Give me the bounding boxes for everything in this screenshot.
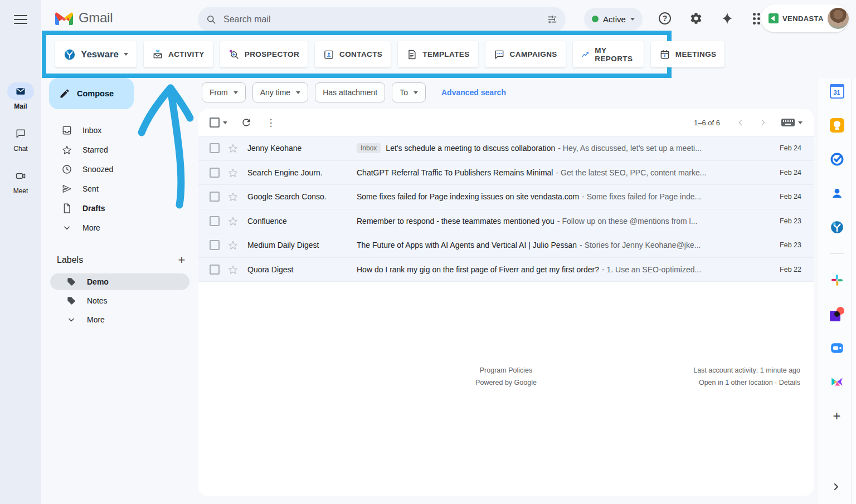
sidebar-item-inbox[interactable]: Inbox: [41, 121, 198, 139]
mail-active-pill: [7, 82, 34, 100]
email-row[interactable]: Jenny Keohane Inbox Let's schedule a mee…: [198, 136, 814, 161]
search-options-icon[interactable]: [547, 14, 558, 25]
label-tag-icon: [66, 276, 77, 287]
vendasta-logo-icon: [769, 13, 779, 23]
email-checkbox[interactable]: [210, 143, 220, 153]
email-row[interactable]: Quora Digest How do I rank my gig on the…: [198, 258, 814, 282]
sidebar-item-starred[interactable]: Starred: [41, 141, 198, 159]
newer-page-button[interactable]: [731, 113, 750, 132]
filter-chip-has-attachment[interactable]: Has attachment: [315, 82, 385, 102]
label-tag-icon: [66, 295, 77, 306]
keyboard-icon: [781, 119, 795, 126]
rail-label-chat: Chat: [13, 145, 27, 153]
toolbar-item-activity[interactable]: ACTIVITY: [144, 41, 213, 67]
older-page-button[interactable]: [753, 113, 772, 132]
star-icon[interactable]: [227, 191, 239, 202]
email-subject: The Future of Apps with AI Agents and Ve…: [357, 241, 577, 249]
email-checkbox[interactable]: [210, 265, 220, 275]
main-menu-icon[interactable]: [14, 12, 27, 26]
chevron-down-icon: [798, 121, 802, 124]
email-subject: ChatGPT Referral Traffic To Publishers R…: [357, 168, 553, 177]
help-icon: ?: [659, 12, 671, 25]
yesware-panel-icon[interactable]: [829, 219, 845, 235]
zoom-icon[interactable]: [829, 340, 845, 356]
gmail-logo[interactable]: Gmail: [55, 10, 113, 26]
select-dropdown-icon[interactable]: [223, 121, 227, 124]
email-checkbox[interactable]: [210, 192, 220, 202]
filter-chip-to[interactable]: To: [392, 82, 426, 102]
contacts-card-icon: [323, 49, 334, 60]
email-subject: Let's schedule a meeting to discuss coll…: [386, 144, 555, 153]
rail-item-chat[interactable]: Chat: [7, 125, 34, 153]
status-chip[interactable]: Active: [584, 8, 643, 30]
sidebar-item-more[interactable]: More: [41, 219, 198, 237]
advanced-search-link[interactable]: Advanced search: [441, 88, 506, 97]
email-checkbox[interactable]: [210, 216, 220, 226]
email-row[interactable]: Google Search Conso. Some fixes failed f…: [198, 185, 814, 209]
hide-side-panel-button[interactable]: [830, 481, 842, 492]
email-date: Feb 24: [762, 144, 801, 152]
pagination-count: 1–6 of 6: [694, 119, 720, 127]
email-date: Feb 22: [762, 266, 801, 273]
create-label-button[interactable]: +: [174, 252, 189, 268]
help-button[interactable]: ?: [655, 9, 674, 28]
app-icon-multicolor[interactable]: [829, 374, 845, 390]
email-date: Feb 23: [762, 217, 801, 225]
toolbar-item-meetings[interactable]: MEETINGS: [651, 41, 725, 67]
details-link[interactable]: Details: [779, 379, 800, 386]
google-calendar-icon[interactable]: 31: [829, 84, 845, 99]
refresh-button[interactable]: [236, 112, 256, 133]
account-chip[interactable]: VENDASTA: [761, 4, 849, 32]
settings-button[interactable]: [687, 9, 706, 28]
email-checkbox[interactable]: [210, 168, 220, 178]
google-contacts-icon[interactable]: [829, 185, 845, 201]
toolbar-item-contacts[interactable]: CONTACTS: [315, 41, 391, 67]
toolbar-item-my-reports[interactable]: MY REPORTS: [573, 41, 644, 67]
kebab-icon: ⋮: [266, 117, 276, 129]
sidebar-item-snoozed[interactable]: Snoozed: [41, 160, 198, 178]
filter-chip-from[interactable]: From: [202, 82, 246, 102]
star-icon[interactable]: [227, 239, 239, 251]
search-input[interactable]: [223, 14, 547, 25]
email-subject: Remember to respond - these teammates me…: [357, 217, 555, 226]
toolbar-item-templates[interactable]: TEMPLATES: [398, 41, 478, 67]
meetings-calendar-icon: [659, 49, 670, 60]
more-options-button[interactable]: ⋮: [261, 112, 281, 133]
email-sender: Google Search Conso.: [247, 192, 357, 201]
label-item-notes[interactable]: Notes: [50, 292, 189, 309]
toolbar-item-prospector[interactable]: PROSPECTOR: [220, 41, 308, 67]
select-all-checkbox[interactable]: [210, 118, 220, 128]
campaigns-chat-icon: [494, 49, 505, 60]
app-icon-purple[interactable]: [829, 306, 845, 322]
email-checkbox[interactable]: [210, 240, 220, 250]
toolbar-item-campaigns[interactable]: CAMPAIGNS: [485, 41, 566, 67]
search-icon[interactable]: [206, 14, 217, 25]
slack-icon[interactable]: [829, 272, 845, 288]
compose-button[interactable]: Compose: [49, 78, 134, 109]
sidebar-item-drafts[interactable]: Drafts: [41, 199, 198, 217]
filter-chip-any-time[interactable]: Any time: [252, 82, 308, 102]
email-row[interactable]: Medium Daily Digest The Future of Apps w…: [198, 233, 814, 258]
search-bar[interactable]: [198, 7, 566, 32]
email-row[interactable]: Search Engine Journ. ChatGPT Referral Tr…: [198, 161, 814, 185]
google-tasks-icon[interactable]: [829, 151, 845, 167]
star-icon[interactable]: [227, 264, 239, 275]
google-keep-icon[interactable]: [829, 118, 845, 133]
chevron-down-icon: [124, 53, 128, 56]
email-row[interactable]: Confluence Remember to respond - these t…: [198, 209, 814, 234]
rail-item-mail[interactable]: Mail: [7, 82, 34, 110]
clock-icon: [61, 164, 72, 175]
yesware-menu-button[interactable]: Yesware: [55, 41, 137, 67]
rail-item-meet[interactable]: Meet: [7, 167, 34, 195]
star-icon[interactable]: [227, 143, 239, 154]
star-icon[interactable]: [227, 216, 239, 227]
avatar[interactable]: [828, 8, 849, 29]
get-add-ons-button[interactable]: +: [829, 408, 845, 424]
gemini-button[interactable]: [718, 9, 737, 28]
star-icon[interactable]: [227, 167, 239, 178]
email-snippet: - Hey, As discussed, let's set up a meet…: [558, 144, 702, 153]
label-item-more[interactable]: More: [50, 311, 189, 328]
sidebar-item-sent[interactable]: Sent: [41, 180, 198, 198]
input-tools-button[interactable]: [781, 119, 802, 126]
label-item-demo[interactable]: Demo: [50, 273, 189, 290]
